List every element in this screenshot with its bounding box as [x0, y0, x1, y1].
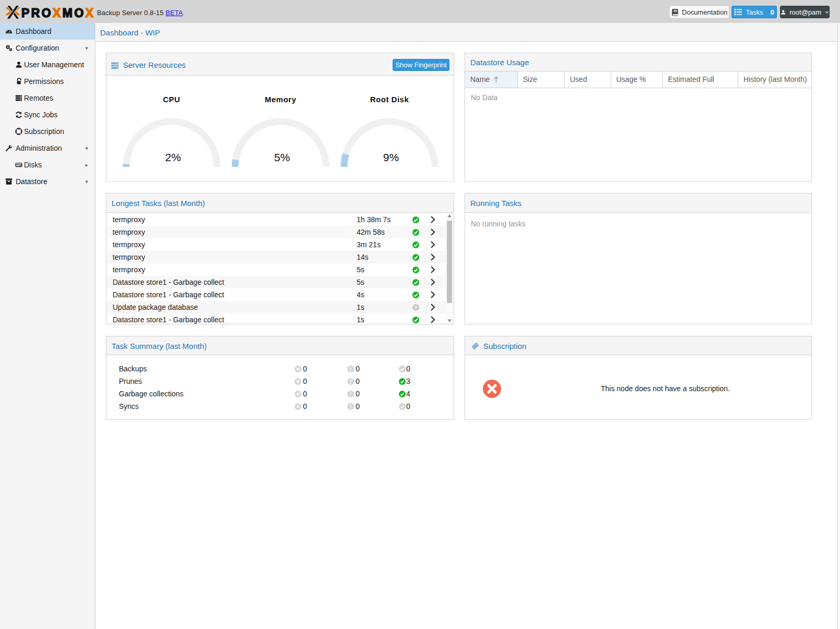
svg-text:?: ?	[415, 305, 417, 310]
